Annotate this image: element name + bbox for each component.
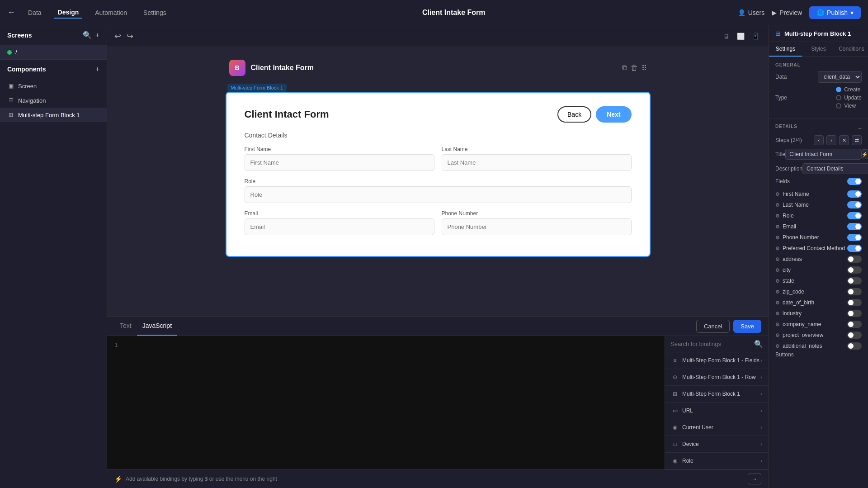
nav-design[interactable]: Design [54,7,83,19]
lastname-gear-icon[interactable]: ⚙ [775,202,780,208]
add-component-button[interactable]: + [95,65,99,73]
description-field-input[interactable] [802,163,868,174]
delete-form-button[interactable]: 🗑 [631,64,638,72]
dob-toggle[interactable] [847,299,862,306]
publish-button[interactable]: 🌐 Publish ▾ [809,6,861,19]
step-prev-button[interactable]: ‹ [814,135,824,145]
type-view[interactable]: View [836,103,862,109]
type-update[interactable]: Update [836,95,862,101]
phone-input[interactable] [442,218,632,235]
project-gear-icon[interactable]: ⚙ [775,332,780,338]
notes-toggle[interactable] [847,342,862,350]
back-button[interactable]: ← [7,8,15,17]
nav-automation[interactable]: Automation [91,7,131,18]
firstname-toggle[interactable] [847,190,862,198]
zip-toggle[interactable] [847,288,862,295]
lastname-input[interactable] [442,154,632,171]
address-gear-icon[interactable]: ⚙ [775,256,780,262]
code-editor[interactable]: 1 [107,336,665,469]
fields-binding-label: Multi-Step Form Block 1 - Fields [682,357,760,364]
type-create[interactable]: Create [836,86,862,93]
component-multistep[interactable]: ⊞ Multi-step Form Block 1 [0,108,107,122]
redo-button[interactable]: ↪ [127,31,133,41]
type-radio-group: Create Update View [836,86,862,109]
industry-toggle[interactable] [847,310,862,317]
address-field-name: address [783,256,802,262]
desktop-view-button[interactable]: 🖥 [722,31,731,42]
nav-data[interactable]: Data [24,7,45,18]
canvas-toolbar-left: ↩ ↪ [114,31,133,41]
firstname-gear-icon[interactable]: ⚙ [775,191,780,197]
dob-gear-icon[interactable]: ⚙ [775,300,780,306]
phone-toggle[interactable] [847,234,862,241]
save-button[interactable]: Save [733,320,761,333]
company-toggle[interactable] [847,321,862,328]
step-close-button[interactable]: ✕ [839,135,849,145]
tab-javascript[interactable]: JavaScript [137,317,177,336]
zip-gear-icon[interactable]: ⚙ [775,289,780,295]
industry-gear-icon[interactable]: ⚙ [775,311,780,317]
more-form-button[interactable]: ⠿ [642,64,647,72]
binding-currentuser[interactable]: ◉ Current User › [665,419,769,436]
preferred-contact-gear-icon[interactable]: ⚙ [775,246,780,251]
details-collapse-button[interactable]: − [858,125,862,132]
bindings-search-input[interactable] [670,341,750,347]
email-gear-icon[interactable]: ⚙ [775,224,780,230]
binding-row[interactable]: ⊙ Multi-Step Form Block 1 - Row › [665,369,769,386]
form-logo: B [229,60,245,76]
add-screen-button[interactable]: + [95,31,99,39]
tab-text[interactable]: Text [114,317,137,336]
cancel-button[interactable]: Cancel [696,320,730,333]
role-gear-icon[interactable]: ⚙ [775,213,780,219]
company-field-name: company_name [783,321,821,327]
users-button[interactable]: 👤 Users [738,9,765,16]
city-toggle[interactable] [847,266,862,274]
project-toggle[interactable] [847,332,862,339]
data-select[interactable]: client_data [818,71,862,83]
form-back-button[interactable]: Back [557,106,591,123]
preferred-contact-toggle[interactable] [847,245,862,252]
company-gear-icon[interactable]: ⚙ [775,322,780,327]
state-toggle[interactable] [847,277,862,284]
update-radio-label: Update [844,95,862,101]
component-navigation[interactable]: ☰ Navigation [0,93,107,108]
role-input[interactable] [245,186,632,203]
components-section: Components + [0,59,107,79]
email-toggle[interactable] [847,223,862,230]
step-share-button[interactable]: ⇄ [852,135,862,145]
tab-settings[interactable]: Settings [769,42,802,57]
binding-device[interactable]: □ Device › [665,436,769,453]
binding-url[interactable]: ▭ URL › [665,403,769,419]
title-field-input[interactable] [785,149,861,160]
role-binding-label: Role [682,458,693,464]
duplicate-form-button[interactable]: ⧉ [622,64,627,72]
tab-styles[interactable]: Styles [802,42,835,57]
tablet-view-button[interactable]: ⬜ [735,31,746,42]
role-toggle[interactable] [847,212,862,219]
binding-fields[interactable]: ≡ Multi-Step Form Block 1 - Fields › [665,352,769,369]
component-screen[interactable]: ▣ Screen [0,79,107,93]
notes-gear-icon[interactable]: ⚙ [775,343,780,349]
binding-url-left: ▭ URL [671,407,693,414]
fields-toggle[interactable] [847,178,862,185]
email-input[interactable] [245,218,434,235]
binding-role[interactable]: ◉ Role › [665,453,769,469]
nav-settings[interactable]: Settings [140,7,170,18]
state-gear-icon[interactable]: ⚙ [775,278,780,284]
city-gear-icon[interactable]: ⚙ [775,267,780,273]
address-toggle[interactable] [847,256,862,263]
title-bolt-button[interactable]: ⚡ [861,149,868,159]
search-screens-button[interactable]: 🔍 [83,31,92,39]
step-next-button[interactable]: › [826,135,836,145]
mobile-view-button[interactable]: 📱 [750,31,761,42]
form-next-button[interactable]: Next [596,106,631,123]
footer-action-button[interactable]: → [748,474,761,484]
screen-item-root[interactable]: / [0,45,107,59]
phone-gear-icon[interactable]: ⚙ [775,235,780,241]
preview-button[interactable]: ▶ Preview [772,9,802,16]
lastname-toggle[interactable] [847,201,862,208]
undo-button[interactable]: ↩ [114,31,121,41]
binding-block[interactable]: ⊞ Multi-Step Form Block 1 › [665,386,769,403]
tab-conditions[interactable]: Conditions [835,42,868,57]
firstname-input[interactable] [245,154,434,171]
